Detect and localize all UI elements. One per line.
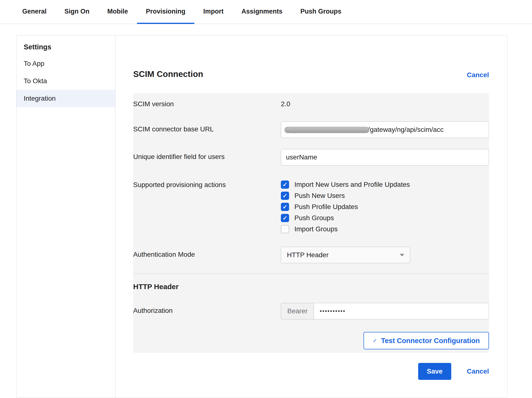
cancel-link-bottom[interactable]: Cancel [467, 368, 489, 375]
sidebar-item-to-okta[interactable]: To Okta [16, 72, 115, 90]
checkbox-push-profile-updates[interactable]: ✓ [281, 203, 289, 211]
form-actions: Save Cancel [133, 363, 489, 380]
main-header: SCIM Connection Cancel [133, 35, 489, 79]
chevron-down-icon [400, 254, 404, 256]
checkbox-import-groups[interactable]: ✓ [281, 225, 289, 233]
base-url-value: https://b5bd-125-19-67-148/gateway/ng/ap… [286, 126, 444, 134]
sidebar-item-integration[interactable]: Integration [16, 90, 115, 107]
authorization-row: Authorization Bearer •••••••••• [133, 303, 489, 319]
tab-assignments[interactable]: Assignments [233, 0, 292, 24]
test-connector-row: ✓ Test Connector Configuration [133, 332, 489, 349]
checkbox-import-new-users[interactable]: ✓ [281, 180, 289, 189]
auth-mode-label: Authentication Mode [133, 247, 281, 258]
auth-mode-value: HTTP Header [287, 251, 328, 259]
app-tab-bar: General Sign On Mobile Provisioning Impo… [0, 0, 532, 24]
scim-version-value: 2.0 [281, 100, 290, 108]
checkbox-label: Push Groups [294, 214, 334, 222]
checkbox-label: Import New Users and Profile Updates [294, 181, 410, 188]
unique-identifier-row: Unique identifier field for users userNa… [133, 149, 489, 165]
sidebar-item-to-app[interactable]: To App [16, 55, 115, 72]
scim-version-row: SCIM version 2.0 [133, 100, 489, 108]
option-push-profile-updates: ✓ Push Profile Updates [281, 203, 489, 211]
auth-mode-select[interactable]: HTTP Header [281, 247, 410, 263]
base-url-visible-text: /gateway/ng/api/scim/acc [368, 126, 444, 134]
auth-mode-row: Authentication Mode HTTP Header [133, 247, 489, 263]
tab-mobile[interactable]: Mobile [98, 0, 137, 24]
test-connector-button[interactable]: ✓ Test Connector Configuration [364, 332, 489, 349]
content-frame: Settings To App To Okta Integration SCIM… [16, 35, 507, 398]
base-url-label: SCIM connector base URL [133, 121, 281, 133]
cancel-link-top[interactable]: Cancel [467, 71, 489, 79]
main-panel: SCIM Connection Cancel SCIM version 2.0 … [116, 35, 507, 398]
settings-sidebar: Settings To App To Okta Integration [16, 35, 116, 398]
check-icon: ✓ [283, 215, 287, 221]
base-url-input[interactable]: https://b5bd-125-19-67-148/gateway/ng/ap… [281, 121, 489, 138]
tab-provisioning[interactable]: Provisioning [137, 0, 195, 24]
provisioning-actions-list: ✓ Import New Users and Profile Updates ✓… [281, 180, 489, 233]
authorization-label: Authorization [133, 303, 281, 315]
page-title: SCIM Connection [133, 69, 203, 79]
test-connector-button-label: Test Connector Configuration [381, 337, 480, 345]
option-push-new-users: ✓ Push New Users [281, 192, 489, 200]
tab-general[interactable]: General [13, 0, 56, 24]
authorization-token-input[interactable]: •••••••••• [314, 303, 489, 319]
sidebar-title: Settings [16, 39, 115, 55]
http-header-section-title: HTTP Header [133, 283, 489, 291]
check-icon: ✓ [283, 193, 287, 199]
scim-version-label: SCIM version [133, 100, 281, 108]
unique-identifier-input[interactable]: userName [281, 149, 489, 165]
check-icon: ✓ [283, 182, 287, 188]
unique-identifier-value: userName [286, 153, 317, 161]
option-push-groups: ✓ Push Groups [281, 214, 489, 222]
base-url-row: SCIM connector base URL https://b5bd-125… [133, 121, 489, 138]
save-button[interactable]: Save [418, 363, 451, 380]
tab-push-groups[interactable]: Push Groups [292, 0, 350, 24]
checkbox-label: Import Groups [294, 225, 338, 233]
option-import-new-users: ✓ Import New Users and Profile Updates [281, 180, 489, 189]
provisioning-actions-label: Supported provisioning actions [133, 180, 281, 189]
checkbox-label: Push New Users [294, 192, 345, 200]
tab-sign-on[interactable]: Sign On [56, 0, 99, 24]
tab-import[interactable]: Import [194, 0, 233, 24]
redaction-bar [284, 127, 369, 133]
checkbox-label: Push Profile Updates [294, 203, 358, 211]
section-divider [133, 273, 489, 274]
unique-identifier-label: Unique identifier field for users [133, 149, 281, 161]
authorization-scheme-prefix: Bearer [281, 303, 314, 319]
authorization-control: Bearer •••••••••• [281, 303, 489, 319]
checkbox-push-groups[interactable]: ✓ [281, 214, 289, 222]
option-import-groups: ✓ Import Groups [281, 225, 489, 233]
check-icon: ✓ [283, 204, 287, 210]
checkbox-push-new-users[interactable]: ✓ [281, 192, 289, 200]
check-icon: ✓ [373, 338, 377, 344]
provisioning-actions-row: Supported provisioning actions ✓ Import … [133, 180, 489, 233]
scim-connection-form: SCIM version 2.0 SCIM connector base URL… [133, 93, 489, 353]
